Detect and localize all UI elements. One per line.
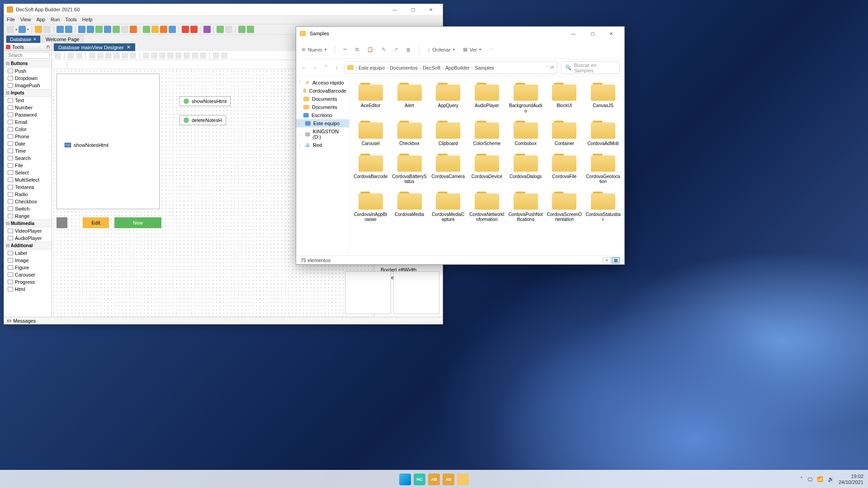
folder-item[interactable]: CordovaMediaCapture	[429, 189, 467, 224]
maximize-button[interactable]: ▢	[583, 27, 602, 40]
toolbar-icon[interactable]	[169, 26, 176, 33]
canvas-label[interactable]: showNotesHtml	[61, 141, 112, 150]
tool-item[interactable]: Carousel	[4, 271, 52, 278]
toolbar-icon[interactable]	[87, 26, 94, 33]
tool-item[interactable]: Html	[4, 286, 52, 293]
canvas-node[interactable]: deleteNotesH	[179, 115, 226, 125]
rename-icon[interactable]: ✎	[382, 47, 386, 52]
volume-icon[interactable]: 🔊	[828, 476, 834, 482]
sidebar-item[interactable]: Documents	[296, 95, 349, 103]
toolbar-icon[interactable]	[225, 26, 232, 33]
taskbar-app-appbuilder[interactable]: AB	[428, 474, 440, 485]
toolbar-icon[interactable]	[65, 26, 72, 33]
taskbar-app-explorer[interactable]	[457, 474, 469, 485]
tool-icon[interactable]	[175, 52, 182, 59]
folder-item[interactable]: Carousel	[352, 118, 389, 148]
tool-item[interactable]: Password	[4, 111, 52, 118]
tool-icon[interactable]	[89, 52, 95, 59]
close-icon[interactable]: ✕	[127, 44, 131, 50]
tool-category[interactable]: Multimedia	[4, 220, 52, 227]
tool-item[interactable]: Image	[4, 257, 52, 264]
folder-item[interactable]: CordovaCamera	[429, 151, 467, 186]
toolbar-icon[interactable]	[143, 26, 150, 33]
view-icons-icon[interactable]: ▦	[612, 257, 620, 263]
canvas-button-new[interactable]: New	[114, 217, 161, 228]
back-button[interactable]: ←	[301, 65, 308, 70]
copy-icon[interactable]: ⧉	[355, 47, 359, 52]
folder-item[interactable]: CordovaDialogs	[507, 151, 544, 186]
toolbar-icon[interactable]	[35, 26, 42, 33]
folder-item[interactable]: BackgroundAudio	[507, 80, 544, 115]
folder-item[interactable]: Checkbox	[391, 118, 428, 148]
tool-icon[interactable]	[151, 52, 157, 59]
tool-icon[interactable]	[122, 52, 128, 59]
tool-item[interactable]: Email	[4, 118, 52, 126]
folder-item[interactable]: ColorScheme	[468, 118, 505, 148]
folder-item[interactable]: AppQuery	[429, 80, 467, 115]
toolbar-icon[interactable]	[238, 26, 245, 33]
tool-icon[interactable]	[221, 52, 227, 59]
toolbar-icon[interactable]	[203, 26, 211, 33]
new-button[interactable]: ⊕Nuevo▾	[302, 47, 326, 52]
tool-icon[interactable]	[192, 52, 198, 59]
menu-file[interactable]: File	[7, 17, 15, 22]
folder-item[interactable]: CordovaScreenOrientation	[546, 189, 583, 224]
tool-item[interactable]: Push	[4, 67, 52, 75]
tool-item[interactable]: VideoPlayer	[4, 227, 52, 235]
tool-category[interactable]: Buttons	[4, 60, 52, 67]
sidebar-item[interactable]: CordovaBarcode	[296, 87, 349, 95]
search-box[interactable]: 🔍Buscar en Samples	[561, 61, 620, 74]
tool-icon[interactable]	[167, 52, 174, 59]
menu-run[interactable]: Run	[51, 17, 60, 22]
explorer-titlebar[interactable]: Samples — ▢ ✕	[296, 27, 624, 40]
tool-item[interactable]: Date	[4, 140, 52, 147]
minimize-button[interactable]: —	[386, 5, 404, 14]
menu-app[interactable]: App	[36, 17, 45, 22]
tool-icon[interactable]	[55, 52, 61, 59]
menu-help[interactable]: Help	[82, 17, 93, 22]
folder-item[interactable]: Combobox	[507, 118, 544, 148]
folder-item[interactable]: AudioPlayer	[468, 80, 505, 115]
toolbar-icon[interactable]	[95, 26, 103, 33]
toolbar-icon[interactable]	[113, 26, 120, 33]
refresh-icon[interactable]: ⟳	[550, 65, 554, 70]
tool-icon[interactable]	[200, 52, 206, 59]
folder-item[interactable]: CordovaInAppBrowser	[352, 189, 389, 224]
sidebar-network[interactable]: ›🖧Red	[296, 141, 349, 149]
tool-item[interactable]: Range	[4, 212, 52, 220]
tool-icon[interactable]	[143, 52, 149, 59]
toolbar-icon[interactable]	[121, 26, 128, 33]
tool-item[interactable]: ImagePush	[4, 82, 52, 89]
tool-item[interactable]: Phone	[4, 133, 52, 140]
sidebar-drive[interactable]: ›KINGSTON (D:)	[296, 127, 349, 141]
toolbar-icon[interactable]	[160, 26, 167, 33]
tool-item[interactable]: Progress	[4, 278, 52, 286]
folder-item[interactable]: Alert	[391, 80, 428, 115]
tool-category[interactable]: Additional	[4, 242, 52, 249]
more-icon[interactable]: ⋯	[489, 47, 494, 52]
tool-item[interactable]: Switch	[4, 205, 52, 212]
tool-item[interactable]: Radio	[4, 191, 52, 198]
minimize-button[interactable]: —	[564, 27, 583, 40]
toolbar-icon[interactable]	[43, 26, 51, 33]
view-details-icon[interactable]: ≡	[603, 257, 611, 263]
sort-button[interactable]: ↕Ordenar▾	[428, 47, 455, 52]
tool-category[interactable]: Inputs	[4, 89, 52, 97]
address-bar[interactable]: › Este equipo› Documentos› DecSoft› AppB…	[344, 61, 557, 74]
toolbar-icon[interactable]	[247, 26, 254, 33]
tool-item[interactable]: Select	[4, 169, 52, 176]
tool-item[interactable]: Dropdown	[4, 75, 52, 82]
folder-item[interactable]: CordovaBarcode	[352, 151, 389, 186]
tool-item[interactable]: MultiSelect	[4, 176, 52, 183]
toolbar-icon[interactable]	[182, 26, 189, 33]
folder-item[interactable]: CordovaAdMob	[585, 118, 622, 148]
toolbar-icon[interactable]	[130, 26, 137, 33]
tool-icon[interactable]	[213, 52, 219, 59]
tool-icon[interactable]	[159, 52, 165, 59]
close-icon[interactable]: ✕	[33, 37, 37, 42]
sidebar-item[interactable]: Escritorio	[296, 111, 349, 119]
sidebar-item[interactable]: Documents	[296, 103, 349, 111]
cut-icon[interactable]: ✂	[343, 47, 347, 52]
folder-item[interactable]: CordovaNetworkInformation	[468, 189, 505, 224]
tool-item[interactable]: Time	[4, 147, 52, 155]
